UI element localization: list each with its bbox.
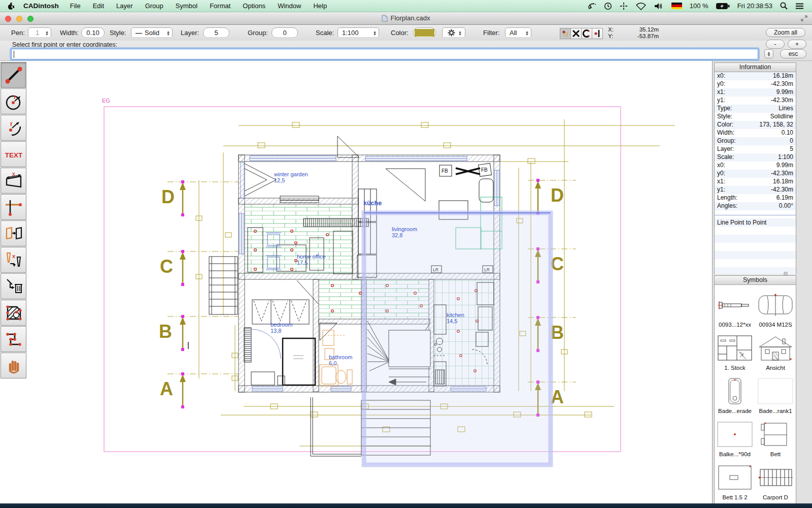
tool-ortho-point[interactable] xyxy=(1,194,26,220)
house-elevation-symbol-icon xyxy=(757,335,794,361)
symbol-item[interactable]: Carport D xyxy=(756,464,795,500)
tool-copy-symbol[interactable] xyxy=(1,220,26,246)
bluetooth-icon[interactable] xyxy=(620,2,628,10)
snap-toggle-group xyxy=(560,28,602,39)
menu-edit[interactable]: Edit xyxy=(93,2,104,10)
snap-edge-toggle[interactable] xyxy=(592,28,603,39)
scale-popup[interactable]: 1:100 ▲▼ xyxy=(337,27,379,38)
pen-label: Pen: xyxy=(11,29,25,37)
dimension-tool-icon: x xyxy=(4,171,24,191)
tool-delete[interactable] xyxy=(1,273,26,299)
layer-field[interactable]: 5 xyxy=(203,27,229,38)
svg-text:x: x xyxy=(12,253,16,259)
battery-percent: 100 % xyxy=(690,2,708,10)
gable-mark xyxy=(337,136,359,157)
notification-list-icon[interactable] xyxy=(795,3,804,10)
style-popup[interactable]: — Solid ▲▼ xyxy=(131,27,173,38)
snap-off-toggle[interactable] xyxy=(570,28,582,39)
tool-text[interactable]: TEXT xyxy=(1,141,26,167)
color-label: Color: xyxy=(391,29,409,37)
zoom-in-button[interactable]: + xyxy=(788,40,806,49)
filter-popup[interactable]: All ▲▼ xyxy=(505,27,531,38)
filter-label: Filter: xyxy=(483,29,500,37)
solid-line-glyph: — xyxy=(136,29,142,37)
floorplan-canvas[interactable]: EG D C B xyxy=(0,61,712,503)
svg-text:6,0: 6,0 xyxy=(329,360,336,366)
tool-arc-radius[interactable]: r xyxy=(1,115,26,141)
tool-dimension[interactable]: x xyxy=(1,168,26,194)
wifi-icon[interactable] xyxy=(635,2,647,10)
esc-button[interactable]: esc xyxy=(780,49,806,58)
tool-pan[interactable] xyxy=(1,353,26,378)
apple-menu[interactable] xyxy=(7,2,14,10)
style-label: Style: xyxy=(110,29,126,37)
menu-options[interactable]: Options xyxy=(243,2,265,10)
spotlight-search-icon[interactable] xyxy=(780,2,788,10)
coordinate-input[interactable] xyxy=(11,49,758,59)
color-swatch[interactable] xyxy=(413,27,436,38)
fullscreen-icon[interactable] xyxy=(800,15,808,22)
history-stepper[interactable]: ▲▼ xyxy=(764,49,773,58)
tool-line[interactable] xyxy=(1,62,26,88)
menu-file[interactable]: File xyxy=(70,2,81,10)
text-tool-icon: TEXT xyxy=(3,144,25,165)
width-field[interactable]: 0.10 xyxy=(81,27,105,38)
symbol-item[interactable]: Balke...*90d xyxy=(716,421,754,457)
german-flag-icon[interactable] xyxy=(671,3,682,9)
line-tool-icon xyxy=(4,65,24,85)
menu-app-name[interactable]: CADintosh xyxy=(23,2,59,10)
car-symbol-icon xyxy=(757,292,794,318)
symbol-item[interactable]: Ansicht xyxy=(756,335,795,371)
svg-text:13,8: 13,8 xyxy=(270,328,281,334)
group-label: Group: xyxy=(248,29,268,37)
group-field[interactable]: 0 xyxy=(272,27,298,38)
phone-icon[interactable] xyxy=(588,2,596,10)
blank-symbol-icon xyxy=(757,378,794,404)
snap-point-toggle[interactable] xyxy=(560,28,571,39)
symbol-item[interactable]: 0093...12*xx xyxy=(716,292,754,328)
svg-text:FB: FB xyxy=(481,167,488,173)
symbol-item[interactable]: 00934 M12S xyxy=(756,292,795,328)
tool-modify-pen[interactable]: x xyxy=(1,247,26,273)
info-footer: Line Point to Point xyxy=(717,219,766,226)
svg-text:D: D xyxy=(161,186,175,207)
menu-clock: Fri 20:38:53 xyxy=(737,2,772,10)
info-divider xyxy=(715,215,796,215)
zoom-all-button[interactable]: Zoom all xyxy=(766,28,805,37)
menu-window[interactable]: Window xyxy=(278,2,301,10)
symbol-item[interactable]: Bett 1.5 2 xyxy=(716,464,754,500)
symbol-item[interactable]: 1. Stock xyxy=(716,335,754,371)
restore-clock-icon[interactable] xyxy=(604,2,612,10)
gear-popup[interactable]: ▲▼ xyxy=(442,27,465,38)
prompt-label: Select first point or enter coordinates: xyxy=(12,41,117,48)
pen-stepper[interactable]: 1 ▲▼ xyxy=(28,27,51,38)
volume-icon[interactable] xyxy=(654,2,664,10)
tool-circle-radius[interactable]: r xyxy=(1,88,26,114)
tool-palette: r r TEXT x xyxy=(1,62,27,379)
bathtub-symbol-icon xyxy=(717,378,753,404)
svg-text:kitchen: kitchen xyxy=(447,312,464,318)
bed-table-symbol-icon xyxy=(717,464,753,491)
menu-group[interactable]: Group xyxy=(145,2,163,10)
menu-help[interactable]: Help xyxy=(313,2,327,10)
svg-text:12,5: 12,5 xyxy=(274,177,285,183)
title-bar[interactable]: Florplan.cadx xyxy=(0,12,812,25)
coordinate-readout: X:35.12m Y:-53.87m xyxy=(608,26,659,40)
carport-symbol-icon xyxy=(757,464,794,491)
symbol-item[interactable]: Bade...erade xyxy=(716,378,754,414)
menu-format[interactable]: Format xyxy=(210,2,230,10)
symbol-item[interactable]: Bade...rank1 xyxy=(756,378,795,414)
svg-text:32,8: 32,8 xyxy=(392,232,402,238)
toolbar: Pen: 1 ▲▼ Width: 0.10 Style: — Solid ▲▼ … xyxy=(0,25,812,41)
information-panel-title: Information xyxy=(715,63,796,72)
svg-text:r: r xyxy=(10,120,13,128)
snap-center-toggle[interactable] xyxy=(581,28,592,39)
menu-symbol[interactable]: Symbol xyxy=(176,2,197,10)
window-title: Florplan.cadx xyxy=(0,14,812,22)
menu-layer[interactable]: Layer xyxy=(116,2,133,10)
zoom-out-button[interactable]: - xyxy=(766,40,785,49)
arc-tool-icon: r xyxy=(4,118,24,138)
symbol-item[interactable]: Bett xyxy=(756,421,795,457)
tool-polyline[interactable] xyxy=(1,326,26,352)
tool-hatch[interactable] xyxy=(1,300,26,326)
